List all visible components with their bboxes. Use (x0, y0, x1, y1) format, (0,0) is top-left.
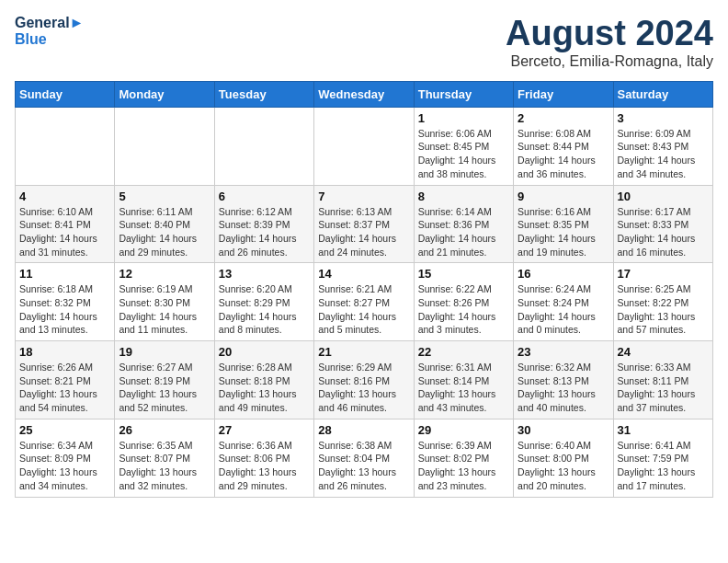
day-number: 21 (318, 345, 409, 359)
day-number: 17 (618, 267, 709, 281)
col-saturday: Saturday (613, 81, 712, 107)
day-detail: Sunrise: 6:33 AM Sunset: 8:11 PM Dayligh… (618, 361, 709, 415)
table-row (115, 107, 214, 185)
day-detail: Sunrise: 6:27 AM Sunset: 8:19 PM Dayligh… (119, 361, 210, 415)
table-row: 14Sunrise: 6:21 AM Sunset: 8:27 PM Dayli… (314, 263, 414, 341)
calendar-header-row: Sunday Monday Tuesday Wednesday Thursday… (16, 81, 713, 107)
col-sunday: Sunday (16, 81, 115, 107)
calendar-title: August 2024 (506, 15, 713, 53)
day-number: 28 (318, 423, 409, 437)
day-detail: Sunrise: 6:19 AM Sunset: 8:30 PM Dayligh… (119, 282, 210, 337)
day-detail: Sunrise: 6:36 AM Sunset: 8:06 PM Dayligh… (219, 439, 310, 493)
table-row: 11Sunrise: 6:18 AM Sunset: 8:32 PM Dayli… (16, 263, 115, 341)
day-detail: Sunrise: 6:13 AM Sunset: 8:37 PM Dayligh… (318, 205, 409, 259)
day-detail: Sunrise: 6:29 AM Sunset: 8:16 PM Dayligh… (318, 361, 409, 415)
day-number: 12 (119, 267, 210, 281)
table-row: 25Sunrise: 6:34 AM Sunset: 8:09 PM Dayli… (16, 419, 115, 497)
day-number: 15 (418, 267, 509, 281)
table-row: 1Sunrise: 6:06 AM Sunset: 8:45 PM Daylig… (414, 107, 513, 185)
day-detail: Sunrise: 6:41 AM Sunset: 7:59 PM Dayligh… (618, 439, 709, 493)
calendar-week-row: 4Sunrise: 6:10 AM Sunset: 8:41 PM Daylig… (16, 185, 713, 263)
table-row: 15Sunrise: 6:22 AM Sunset: 8:26 PM Dayli… (414, 263, 513, 341)
day-number: 8 (418, 190, 509, 203)
day-number: 3 (618, 111, 709, 125)
day-number: 5 (119, 190, 210, 203)
day-detail: Sunrise: 6:31 AM Sunset: 8:14 PM Dayligh… (418, 361, 509, 415)
day-number: 9 (518, 190, 609, 203)
day-detail: Sunrise: 6:40 AM Sunset: 8:00 PM Dayligh… (518, 439, 609, 493)
day-number: 10 (618, 190, 709, 203)
table-row: 31Sunrise: 6:41 AM Sunset: 7:59 PM Dayli… (613, 419, 712, 497)
day-detail: Sunrise: 6:09 AM Sunset: 8:43 PM Dayligh… (618, 127, 709, 181)
day-number: 24 (618, 345, 709, 359)
day-number: 25 (19, 423, 110, 437)
day-detail: Sunrise: 6:32 AM Sunset: 8:13 PM Dayligh… (518, 361, 609, 415)
calendar-week-row: 18Sunrise: 6:26 AM Sunset: 8:21 PM Dayli… (16, 341, 713, 419)
table-row: 23Sunrise: 6:32 AM Sunset: 8:13 PM Dayli… (514, 341, 613, 419)
day-detail: Sunrise: 6:28 AM Sunset: 8:18 PM Dayligh… (219, 361, 310, 415)
table-row: 3Sunrise: 6:09 AM Sunset: 8:43 PM Daylig… (613, 107, 712, 185)
table-row: 13Sunrise: 6:20 AM Sunset: 8:29 PM Dayli… (214, 263, 313, 341)
day-detail: Sunrise: 6:24 AM Sunset: 8:24 PM Dayligh… (518, 282, 609, 337)
day-number: 4 (19, 190, 110, 203)
day-number: 22 (418, 345, 509, 359)
logo: General► Blue (15, 15, 84, 47)
table-row: 6Sunrise: 6:12 AM Sunset: 8:39 PM Daylig… (214, 185, 313, 263)
table-row: 4Sunrise: 6:10 AM Sunset: 8:41 PM Daylig… (16, 185, 115, 263)
day-detail: Sunrise: 6:25 AM Sunset: 8:22 PM Dayligh… (618, 282, 709, 337)
table-row: 17Sunrise: 6:25 AM Sunset: 8:22 PM Dayli… (613, 263, 712, 341)
day-detail: Sunrise: 6:22 AM Sunset: 8:26 PM Dayligh… (418, 282, 509, 337)
col-monday: Monday (115, 81, 214, 107)
col-thursday: Thursday (414, 81, 513, 107)
table-row (16, 107, 115, 185)
table-row: 2Sunrise: 6:08 AM Sunset: 8:44 PM Daylig… (514, 107, 613, 185)
day-detail: Sunrise: 6:18 AM Sunset: 8:32 PM Dayligh… (19, 282, 110, 337)
calendar-week-row: 25Sunrise: 6:34 AM Sunset: 8:09 PM Dayli… (16, 419, 713, 497)
day-number: 20 (219, 345, 310, 359)
table-row: 28Sunrise: 6:38 AM Sunset: 8:04 PM Dayli… (314, 419, 414, 497)
day-detail: Sunrise: 6:34 AM Sunset: 8:09 PM Dayligh… (19, 439, 110, 493)
day-number: 27 (219, 423, 310, 437)
table-row: 16Sunrise: 6:24 AM Sunset: 8:24 PM Dayli… (514, 263, 613, 341)
day-detail: Sunrise: 6:14 AM Sunset: 8:36 PM Dayligh… (418, 205, 509, 259)
col-wednesday: Wednesday (314, 81, 414, 107)
table-row: 27Sunrise: 6:36 AM Sunset: 8:06 PM Dayli… (214, 419, 313, 497)
calendar-subtitle: Berceto, Emilia-Romagna, Italy (506, 53, 713, 70)
day-number: 18 (19, 345, 110, 359)
day-number: 1 (418, 111, 509, 125)
day-detail: Sunrise: 6:38 AM Sunset: 8:04 PM Dayligh… (318, 439, 409, 493)
day-detail: Sunrise: 6:17 AM Sunset: 8:33 PM Dayligh… (618, 205, 709, 259)
day-detail: Sunrise: 6:35 AM Sunset: 8:07 PM Dayligh… (119, 439, 210, 493)
day-detail: Sunrise: 6:26 AM Sunset: 8:21 PM Dayligh… (19, 361, 110, 415)
day-number: 13 (219, 267, 310, 281)
day-detail: Sunrise: 6:10 AM Sunset: 8:41 PM Dayligh… (19, 205, 110, 259)
day-detail: Sunrise: 6:16 AM Sunset: 8:35 PM Dayligh… (518, 205, 609, 259)
day-number: 2 (518, 111, 609, 125)
day-detail: Sunrise: 6:11 AM Sunset: 8:40 PM Dayligh… (119, 205, 210, 259)
title-section: August 2024 Berceto, Emilia-Romagna, Ita… (506, 15, 713, 70)
table-row: 26Sunrise: 6:35 AM Sunset: 8:07 PM Dayli… (115, 419, 214, 497)
day-detail: Sunrise: 6:21 AM Sunset: 8:27 PM Dayligh… (318, 282, 409, 337)
table-row: 7Sunrise: 6:13 AM Sunset: 8:37 PM Daylig… (314, 185, 414, 263)
day-number: 19 (119, 345, 210, 359)
day-number: 6 (219, 190, 310, 203)
day-number: 26 (119, 423, 210, 437)
day-detail: Sunrise: 6:08 AM Sunset: 8:44 PM Dayligh… (518, 127, 609, 181)
table-row: 9Sunrise: 6:16 AM Sunset: 8:35 PM Daylig… (514, 185, 613, 263)
day-number: 11 (19, 267, 110, 281)
table-row: 22Sunrise: 6:31 AM Sunset: 8:14 PM Dayli… (414, 341, 513, 419)
table-row: 5Sunrise: 6:11 AM Sunset: 8:40 PM Daylig… (115, 185, 214, 263)
table-row: 30Sunrise: 6:40 AM Sunset: 8:00 PM Dayli… (514, 419, 613, 497)
day-number: 14 (318, 267, 409, 281)
day-detail: Sunrise: 6:06 AM Sunset: 8:45 PM Dayligh… (418, 127, 509, 181)
logo-mark: General► Blue (15, 15, 84, 47)
day-number: 7 (318, 190, 409, 203)
day-number: 30 (518, 423, 609, 437)
header: General► Blue August 2024 Berceto, Emili… (15, 15, 713, 70)
day-number: 31 (618, 423, 709, 437)
table-row: 12Sunrise: 6:19 AM Sunset: 8:30 PM Dayli… (115, 263, 214, 341)
day-number: 29 (418, 423, 509, 437)
calendar-week-row: 1Sunrise: 6:06 AM Sunset: 8:45 PM Daylig… (16, 107, 713, 185)
calendar-table: Sunday Monday Tuesday Wednesday Thursday… (15, 81, 713, 498)
table-row: 21Sunrise: 6:29 AM Sunset: 8:16 PM Dayli… (314, 341, 414, 419)
